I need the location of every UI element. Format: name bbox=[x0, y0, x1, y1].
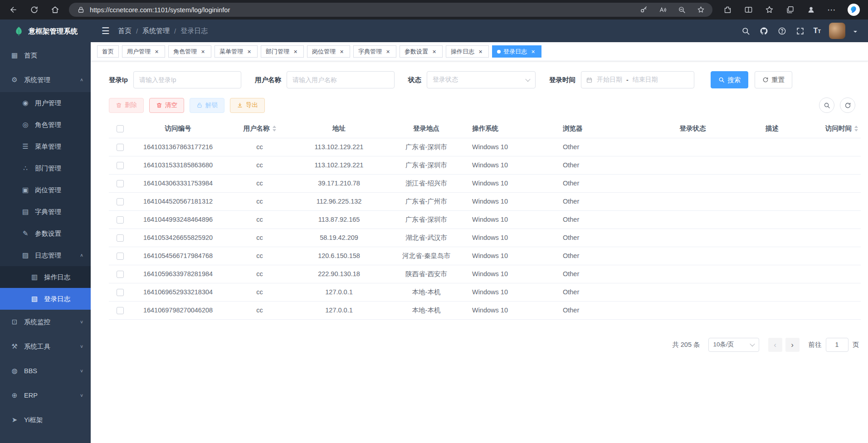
breadcrumb-system[interactable]: 系统管理 bbox=[142, 27, 170, 35]
row-checkbox[interactable] bbox=[117, 307, 124, 314]
collections-icon[interactable] bbox=[785, 5, 795, 15]
sidebar-menu-item[interactable]: ▨ 日志管理 ∧ bbox=[0, 244, 91, 266]
sidebar-menu-item[interactable]: ▥ 操作日志 bbox=[0, 266, 91, 288]
read-aloud-icon[interactable] bbox=[658, 5, 667, 15]
fullscreen-icon[interactable] bbox=[795, 26, 805, 36]
browser-home-icon[interactable] bbox=[50, 5, 60, 15]
row-checkbox[interactable] bbox=[117, 180, 124, 187]
site-info-lock-icon[interactable] bbox=[76, 5, 85, 15]
login-ip-input[interactable] bbox=[133, 71, 241, 88]
reset-button[interactable]: 重置 bbox=[755, 71, 792, 88]
breadcrumb: 首页 / 系统管理 / 登录日志 bbox=[118, 27, 208, 35]
copilot-icon[interactable] bbox=[848, 4, 860, 16]
favorites-bar-icon[interactable] bbox=[764, 5, 774, 15]
sidebar-menu-item[interactable]: ▤ 字典管理 bbox=[0, 201, 91, 223]
sort-caret[interactable] bbox=[854, 126, 858, 131]
close-tab-icon[interactable]: × bbox=[246, 48, 253, 55]
close-tab-icon[interactable]: × bbox=[153, 48, 160, 55]
header-search-icon[interactable] bbox=[741, 26, 751, 36]
tab-tag[interactable]: 菜单管理 × bbox=[215, 45, 258, 58]
password-key-icon[interactable] bbox=[639, 5, 648, 15]
address-bar[interactable]: https://ccnetcore.com:1101/system/log/lo… bbox=[69, 3, 712, 17]
sidebar-menu-item[interactable]: ▣ 岗位管理 bbox=[0, 179, 91, 201]
font-size-icon[interactable]: TT bbox=[813, 27, 821, 35]
row-checkbox[interactable] bbox=[117, 162, 124, 169]
row-checkbox[interactable] bbox=[117, 271, 124, 278]
tab-tag[interactable]: 岗位管理 × bbox=[307, 45, 350, 58]
sidebar-menu-item[interactable]: ◍ BBS ∨ bbox=[0, 359, 91, 383]
cell-login-status bbox=[653, 138, 732, 156]
close-tab-icon[interactable]: × bbox=[292, 48, 299, 55]
row-checkbox[interactable] bbox=[117, 144, 124, 151]
prev-page-button[interactable]: ‹ bbox=[768, 338, 782, 352]
delete-button[interactable]: 删除 bbox=[109, 98, 144, 113]
tab-tag[interactable]: 用户管理 × bbox=[122, 45, 165, 58]
close-tab-icon[interactable]: × bbox=[338, 48, 345, 55]
help-icon[interactable] bbox=[777, 26, 787, 36]
row-checkbox-cell bbox=[109, 247, 132, 265]
sidebar-menu-item[interactable]: ∴ 部门管理 bbox=[0, 157, 91, 179]
sidebar-menu-item[interactable]: ➤ Yi框架 bbox=[0, 408, 91, 432]
row-checkbox[interactable] bbox=[117, 234, 124, 242]
github-icon[interactable] bbox=[759, 26, 769, 36]
cell-description bbox=[732, 247, 812, 265]
unlock-button[interactable]: 解锁 bbox=[190, 98, 224, 113]
sidebar-menu-item[interactable]: ▧ 登录日志 bbox=[0, 288, 91, 310]
row-checkbox[interactable] bbox=[117, 253, 124, 260]
tab-tag[interactable]: 部门管理 × bbox=[261, 45, 304, 58]
date-range-picker[interactable]: 开始日期 - 结束日期 bbox=[581, 71, 694, 88]
refresh-table-button[interactable] bbox=[840, 97, 855, 113]
sidebar-menu-item[interactable]: ◎ 角色管理 bbox=[0, 114, 91, 136]
extensions-icon[interactable] bbox=[722, 5, 732, 15]
tab-tag[interactable]: 角色管理 × bbox=[168, 45, 211, 58]
submenu-chevron-icon: ∨ bbox=[80, 344, 83, 349]
favorites-star-icon[interactable] bbox=[696, 5, 705, 15]
zoom-out-icon[interactable] bbox=[677, 5, 686, 15]
export-button[interactable]: 导出 bbox=[230, 98, 265, 113]
back-icon[interactable] bbox=[8, 5, 18, 15]
sidebar-menu-item[interactable]: ◉ 用户管理 bbox=[0, 92, 91, 114]
sort-caret[interactable] bbox=[273, 126, 276, 131]
reload-icon[interactable] bbox=[29, 5, 39, 15]
close-tab-icon[interactable]: × bbox=[530, 48, 536, 55]
goto-page-input[interactable] bbox=[826, 338, 848, 352]
select-all-checkbox[interactable] bbox=[117, 125, 124, 132]
search-button[interactable]: 搜索 bbox=[711, 71, 748, 88]
close-tab-icon[interactable]: × bbox=[431, 48, 438, 55]
dashboard-icon: ▦ bbox=[10, 51, 19, 59]
row-checkbox[interactable] bbox=[117, 216, 124, 224]
toggle-search-button[interactable] bbox=[819, 97, 834, 113]
tab-tag[interactable]: 参数设置 × bbox=[400, 45, 443, 58]
close-tab-icon[interactable]: × bbox=[200, 48, 206, 55]
row-checkbox[interactable] bbox=[117, 198, 124, 205]
browser-profile-avatar[interactable] bbox=[806, 5, 816, 15]
sidebar-menu-item[interactable]: ✎ 参数设置 bbox=[0, 223, 91, 244]
sidebar-menu-item[interactable]: ☰ 菜单管理 bbox=[0, 136, 91, 157]
app-logo[interactable]: 意框架管理系统 bbox=[0, 19, 91, 43]
sidebar-menu-item[interactable]: ⚒ 系统工具 ∨ bbox=[0, 334, 91, 359]
sidebar-toggle-hamburger-icon[interactable]: ☰ bbox=[102, 26, 110, 35]
sidebar-menu-item[interactable]: ⊡ 系统监控 ∨ bbox=[0, 310, 91, 334]
tab-label: 部门管理 bbox=[266, 48, 289, 56]
sidebar-menu-item[interactable]: ▦ 首页 bbox=[0, 43, 91, 68]
close-tab-icon[interactable]: × bbox=[477, 48, 484, 55]
close-tab-icon[interactable]: × bbox=[385, 48, 391, 55]
tab-tag[interactable]: 首页 × bbox=[97, 45, 119, 58]
cell-description bbox=[732, 265, 812, 283]
sidebar-menu-item[interactable]: ⊕ ERP ∨ bbox=[0, 383, 91, 408]
clear-button[interactable]: 清空 bbox=[149, 98, 184, 113]
tab-tag[interactable]: 字典管理 × bbox=[353, 45, 396, 58]
breadcrumb-home[interactable]: 首页 bbox=[118, 27, 132, 35]
tab-tag[interactable]: 操作日志 × bbox=[446, 45, 489, 58]
user-name-input[interactable] bbox=[287, 71, 395, 88]
browser-menu-ellipsis-icon[interactable]: ⋯ bbox=[827, 5, 837, 15]
table-row: 1641031533185863680 cc 113.102.129.221 广… bbox=[109, 156, 861, 174]
tab-tag[interactable]: 登录日志 × bbox=[492, 45, 541, 58]
split-screen-icon[interactable] bbox=[743, 5, 753, 15]
page-size-select[interactable]: 10条/页 bbox=[708, 338, 759, 352]
row-checkbox[interactable] bbox=[117, 289, 124, 296]
next-page-button[interactable]: › bbox=[785, 338, 800, 352]
login-status-select[interactable]: 登录状态 bbox=[427, 71, 536, 88]
user-avatar[interactable] bbox=[829, 23, 845, 39]
sidebar-menu-item[interactable]: ⚙ 系统管理 ∧ bbox=[0, 68, 91, 92]
